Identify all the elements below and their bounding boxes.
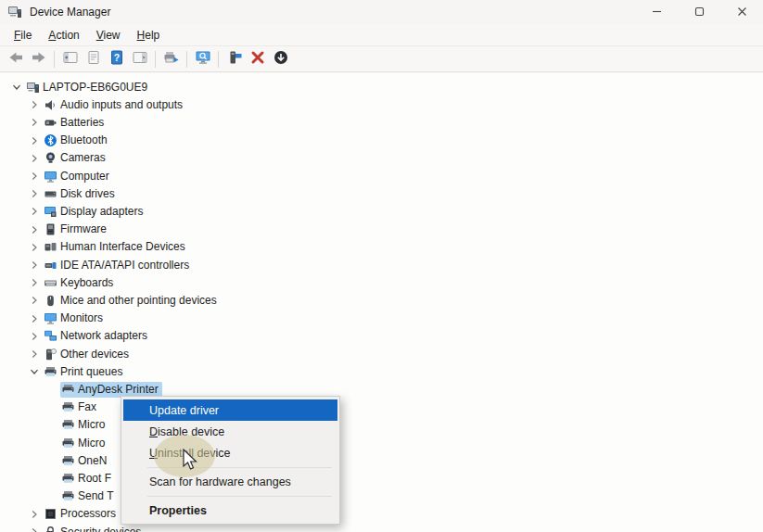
chevron-right-icon[interactable] [25, 132, 43, 149]
tree-row-disk-drives[interactable]: Disk drives [0, 184, 763, 203]
tree-row-batteries[interactable]: Batteries [0, 113, 763, 132]
bluetooth-icon [43, 133, 57, 148]
chevron-right-icon[interactable] [25, 505, 43, 523]
chevron-right-icon[interactable] [25, 203, 43, 221]
tree-node[interactable]: Batteries [43, 115, 108, 131]
tree-node[interactable]: Computer [43, 169, 113, 184]
chevron-right-icon[interactable] [25, 168, 43, 185]
chevron-right-icon[interactable] [25, 310, 43, 327]
tree-node[interactable]: Keyboards [43, 275, 117, 291]
context-menu-item-update-driver[interactable]: Update driver [123, 399, 337, 421]
action-pane-button[interactable] [128, 48, 151, 70]
disable-device-button[interactable] [269, 48, 292, 70]
monitor-icon [43, 311, 57, 326]
tree-node[interactable]: Print queues [43, 364, 126, 380]
device-flag-icon [226, 49, 243, 69]
maximize-button[interactable] [678, 0, 720, 24]
context-menu-item-properties[interactable]: Properties [123, 500, 337, 521]
tree-node[interactable]: Cameras [43, 150, 109, 166]
tree-row-processors[interactable]: Processors [0, 505, 763, 524]
tree-row-cameras[interactable]: Cameras [0, 149, 763, 168]
tree-node[interactable]: IDE ATA/ATAPI controllers [43, 258, 193, 273]
tree-row-computer[interactable]: Computer [0, 167, 763, 185]
properties-button[interactable] [82, 48, 105, 70]
tree-row-network-adapters[interactable]: Network adapters [0, 327, 763, 346]
tree-node[interactable]: Audio inputs and outputs [43, 97, 186, 113]
chevron-right-icon[interactable] [25, 96, 43, 114]
chevron-right-icon[interactable] [25, 327, 43, 345]
chevron-right-icon[interactable] [25, 185, 43, 203]
menu-view[interactable]: View [88, 26, 129, 44]
chevron-down-icon[interactable] [7, 79, 25, 96]
scan-hardware-button[interactable] [191, 48, 214, 70]
chevron-right-icon[interactable] [25, 238, 43, 256]
tree-row-mice-and-other-pointing-devices[interactable]: Mice and other pointing devices [0, 291, 763, 310]
chevron-right-icon[interactable] [25, 524, 43, 532]
tree-row-laptop-eb6g0ue9[interactable]: LAPTOP-EB6G0UE9 [0, 78, 763, 96]
update-driver-button[interactable] [223, 48, 246, 70]
tree-row-other-devices[interactable]: Other devices [0, 345, 763, 363]
toolbar-separator [155, 51, 156, 68]
chevron-down-icon[interactable] [25, 363, 43, 381]
context-menu-item-disable-device[interactable]: Disable device [123, 421, 337, 442]
tree-row-root-f[interactable]: Root F [0, 469, 763, 488]
menu-file[interactable]: File [6, 26, 40, 44]
tree-node[interactable]: Human Interface Devices [43, 239, 189, 255]
chevron-right-icon[interactable] [25, 292, 43, 310]
tree-row-ide-ata-atapi-controllers[interactable]: IDE ATA/ATAPI controllers [0, 256, 763, 274]
tree-row-security-devices[interactable]: Security devices [0, 523, 763, 532]
tree-row-audio-inputs-and-outputs[interactable]: Audio inputs and outputs [0, 95, 763, 114]
tree-row-display-adapters[interactable]: Display adapters [0, 202, 763, 221]
context-menu-item-uninstall-device[interactable]: Uninstall device [123, 442, 337, 463]
chevron-right-icon[interactable] [25, 114, 43, 132]
tree-node[interactable]: Micro [60, 417, 108, 433]
tree-node[interactable]: Mice and other pointing devices [43, 293, 221, 309]
chevron-right-icon[interactable] [25, 274, 43, 292]
menu-action[interactable]: Action [40, 26, 87, 44]
help-button[interactable]: ? [105, 48, 128, 70]
tree-node[interactable]: Processors [43, 506, 120, 522]
chevron-right-icon[interactable] [25, 257, 43, 274]
tree-node[interactable]: Send T [60, 488, 117, 504]
tree-row-micro[interactable]: Micro [0, 416, 763, 435]
tree-node[interactable]: Root F [60, 471, 115, 487]
forward-button[interactable] [27, 48, 50, 70]
tree-row-bluetooth[interactable]: Bluetooth [0, 132, 763, 150]
close-button[interactable] [720, 0, 763, 24]
uninstall-device-button[interactable] [246, 48, 269, 70]
tree-row-monitors[interactable]: Monitors [0, 310, 763, 328]
tree-node[interactable]: Micro [60, 436, 108, 451]
tree-row-send-t[interactable]: Send T [0, 488, 763, 506]
tree-row-fax[interactable]: Fax [0, 399, 763, 417]
tree-row-print-queues[interactable]: Print queues [0, 362, 763, 381]
tree-node[interactable]: Firmware [43, 222, 110, 237]
tree-node[interactable]: Other devices [43, 347, 133, 362]
show-console-tree-button[interactable] [58, 48, 82, 70]
tree-node[interactable]: Security devices [43, 525, 145, 532]
back-button[interactable] [4, 48, 27, 70]
tree-node[interactable]: Fax [60, 399, 100, 415]
tree-node[interactable]: Network adapters [43, 328, 151, 344]
menu-help[interactable]: Help [129, 26, 169, 44]
tree-node[interactable]: OneN [60, 453, 110, 469]
minimize-button[interactable] [635, 0, 678, 24]
tree-node[interactable]: Disk drives [43, 186, 119, 202]
tree-node[interactable]: Monitors [43, 310, 107, 326]
tree-node[interactable]: Display adapters [43, 204, 146, 220]
tree-row-onen[interactable]: OneN [0, 451, 763, 470]
tree-node-label: Firmware [57, 222, 110, 237]
context-menu-item-scan-for-hardware-changes[interactable]: Scan for hardware changes [123, 471, 337, 492]
tree-node[interactable]: Bluetooth [43, 133, 111, 148]
tree-node-label: Audio inputs and outputs [57, 97, 186, 113]
chevron-right-icon[interactable] [25, 149, 43, 167]
tree-row-firmware[interactable]: Firmware [0, 221, 763, 239]
tree-row-micro[interactable]: Micro [0, 434, 763, 452]
tree-node[interactable]: LAPTOP-EB6G0UE9 [25, 80, 151, 95]
tree-row-human-interface-devices[interactable]: Human Interface Devices [0, 238, 763, 257]
update-driver-software-button[interactable] [159, 48, 183, 70]
tree-node-label: Fax [75, 399, 100, 415]
chevron-right-icon[interactable] [25, 346, 43, 363]
chevron-right-icon[interactable] [25, 221, 43, 238]
tree-row-anydesk-printer[interactable]: AnyDesk Printer [0, 380, 763, 399]
tree-row-keyboards[interactable]: Keyboards [0, 273, 763, 292]
